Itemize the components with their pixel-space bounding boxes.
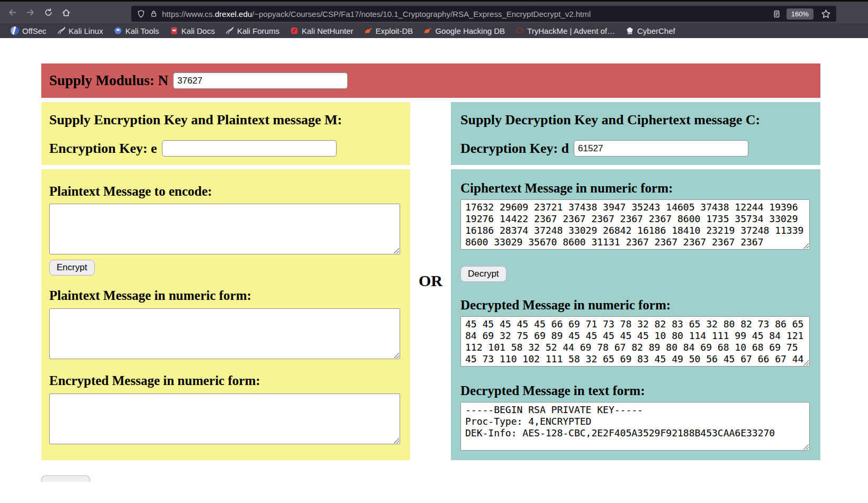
url-domain: drexel.edu: [215, 10, 252, 19]
bookmark-cyberchef[interactable]: CyberChef: [620, 24, 681, 37]
bookmark-kali-tools[interactable]: Kali Tools: [108, 24, 165, 37]
zoom-level-badge[interactable]: 160%: [786, 8, 813, 20]
encrypted-numeric-textarea[interactable]: [49, 394, 400, 444]
decrypt-header-panel: Supply Decryption Key and Ciphertext mes…: [451, 102, 820, 165]
bookmark-google-hacking-db[interactable]: Google Hacking DB: [418, 24, 510, 37]
browser-window: https://www.cs.drexel.edu/~popyack/Cours…: [0, 0, 868, 503]
url-text: https://www.cs.drexel.edu/~popyack/Cours…: [162, 10, 770, 19]
decryption-key-label: Decryption Key: d: [460, 141, 569, 157]
decrypt-panel-heading: Supply Decryption Key and Ciphertext mes…: [460, 112, 760, 128]
url-scheme: https://www.cs.: [162, 10, 215, 19]
plaintext-numeric-heading: Plaintext Message in numeric form:: [49, 288, 251, 303]
decrypted-text-heading: Decrypted Message in text form:: [460, 383, 645, 398]
bookmark-kali-forums[interactable]: Kali Forums: [220, 24, 285, 37]
bookmark-offsec[interactable]: OffSec: [5, 24, 52, 37]
cyberchef-hat-icon: [626, 26, 634, 35]
bookmark-label: Kali Tools: [125, 26, 159, 35]
decrypt-body-panel: Ciphertext Message in numeric form: 1763…: [451, 169, 820, 460]
encrypt-body-panel: Plaintext Message to encode: Encrypt Pla…: [41, 169, 410, 460]
encryption-key-input[interactable]: [162, 140, 337, 157]
navigation-toolbar: https://www.cs.drexel.edu/~popyack/Cours…: [0, 2, 868, 23]
forward-icon: [26, 8, 35, 17]
plaintext-textarea[interactable]: [49, 204, 400, 254]
lock-icon[interactable]: [150, 10, 158, 18]
bookmark-kali-nethunter[interactable]: Kali NetHunter: [285, 24, 359, 37]
bookmark-label: Google Hacking DB: [435, 26, 505, 35]
forward-button[interactable]: [22, 5, 38, 21]
back-icon: [8, 8, 17, 17]
tracking-shield-icon[interactable]: [137, 10, 146, 19]
bookmark-kali-docs[interactable]: Kali Docs: [165, 24, 220, 37]
reload-icon: [44, 8, 53, 17]
offsec-icon: [11, 26, 19, 35]
encrypt-panel-heading: Supply Encryption Key and Plaintext mess…: [49, 112, 342, 128]
kali-dragon-icon: [225, 26, 234, 35]
bookmark-label: OffSec: [22, 26, 47, 35]
decrypted-numeric-textarea[interactable]: 45 45 45 45 45 66 69 71 73 78 32 82 83 6…: [460, 316, 810, 367]
bookmark-kali-linux[interactable]: Kali Linux: [52, 24, 108, 37]
bookmark-label: Exploit-DB: [376, 26, 413, 35]
encrypt-button[interactable]: Encrypt: [49, 260, 95, 276]
nav-buttons: [4, 2, 74, 23]
modulus-section: Supply Modulus: N: [41, 63, 820, 98]
bookmark-label: Kali Linux: [69, 26, 103, 35]
bookmark-label: Kali Docs: [182, 26, 215, 35]
bookmark-label: Kali Forums: [237, 26, 279, 35]
encrypted-numeric-heading: Encrypted Message in numeric form:: [49, 373, 260, 388]
kali-nethunter-icon: [290, 26, 299, 35]
tryhackme-cloud-icon: [516, 26, 524, 35]
bookmark-label: TryHackMe | Advent of…: [527, 26, 615, 35]
bookmarks-toolbar: OffSec Kali Linux Kali Tools Kali Docs K…: [0, 23, 868, 38]
decrypt-button[interactable]: Decrypt: [460, 266, 507, 282]
decryption-key-input[interactable]: [574, 140, 748, 157]
modulus-label: Supply Modulus: N: [49, 72, 168, 89]
ciphertext-textarea[interactable]: 17632 29609 23721 37438 3947 35243 14605…: [460, 199, 810, 250]
reload-button[interactable]: [40, 5, 56, 21]
back-button[interactable]: [4, 5, 20, 21]
bookmark-label: CyberChef: [637, 26, 675, 35]
url-bar[interactable]: https://www.cs.drexel.edu/~popyack/Cours…: [131, 6, 836, 22]
encryption-key-label: Encryption Key: e: [49, 141, 157, 157]
reader-view-icon[interactable]: [772, 10, 781, 19]
bookmark-tryhackme[interactable]: TryHackMe | Advent of…: [510, 24, 620, 37]
encrypt-header-panel: Supply Encryption Key and Plaintext mess…: [41, 102, 410, 165]
page-content: Supply Modulus: N Supply Encryption Key …: [0, 38, 868, 503]
url-path: /~popyack/Courses/CSP/Fa17/notes/10.1_Cr…: [252, 10, 591, 19]
decrypted-text-textarea[interactable]: -----BEGIN RSA PRIVATE KEY----- Proc-Typ…: [460, 402, 810, 451]
home-button[interactable]: [58, 5, 74, 21]
bookmark-star-icon[interactable]: [821, 9, 831, 19]
or-separator: OR: [410, 272, 451, 290]
bookmark-exploit-db[interactable]: Exploit-DB: [359, 24, 419, 37]
kali-tools-icon: [114, 26, 122, 35]
modulus-input[interactable]: [173, 72, 348, 89]
plaintext-numeric-textarea[interactable]: [49, 308, 400, 359]
exploit-db-icon: [364, 26, 373, 35]
decrypted-numeric-heading: Decrypted Message in numeric form:: [460, 298, 671, 313]
clipped-bottom-button[interactable]: [41, 475, 90, 482]
kali-dragon-icon: [57, 26, 66, 35]
exploit-db-icon: [423, 26, 432, 35]
kali-docs-icon: [170, 26, 178, 35]
home-icon: [61, 8, 71, 17]
plaintext-heading: Plaintext Message to encode:: [49, 184, 212, 199]
bookmark-label: Kali NetHunter: [302, 26, 354, 35]
ciphertext-heading: Ciphertext Message in numeric form:: [460, 181, 673, 196]
